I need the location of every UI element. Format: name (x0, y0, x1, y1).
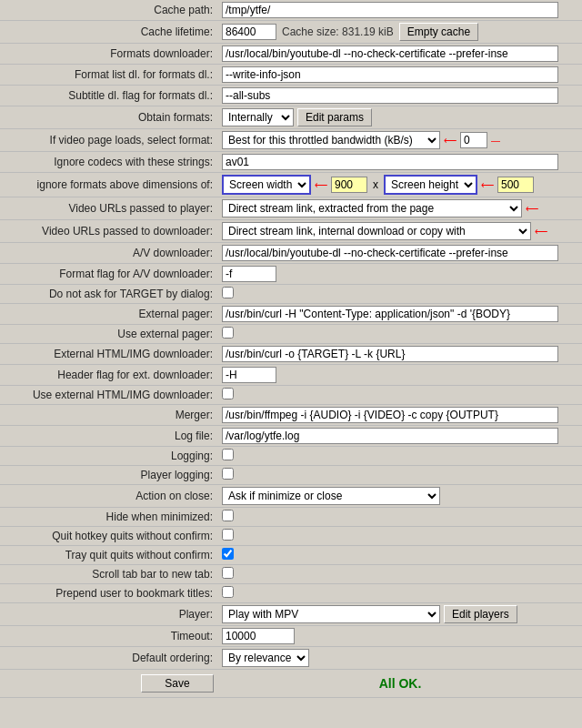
screen-height-arrow-icon: ⟵ (481, 180, 494, 190)
default-ordering-label: Default ordering: (0, 647, 218, 670)
formats-downloader-label: Formats downloader: (0, 44, 218, 65)
header-flag-cell (218, 365, 582, 386)
use-ext-html-dl-label: Use external HTML/IMG downloader: (0, 386, 218, 405)
ext-html-dl-input[interactable] (222, 346, 558, 362)
ignore-dimensions-label: ignore formats above dimensions of: (0, 173, 218, 197)
log-file-cell (218, 426, 582, 447)
format-flag-input[interactable] (222, 266, 276, 282)
scroll-tab-label: Scroll tab bar to new tab: (0, 565, 218, 584)
use-external-pager-cell (218, 325, 582, 344)
cache-path-input[interactable] (222, 2, 558, 18)
red-arrow-icon1: ⟵ (444, 136, 457, 146)
tray-quit-cell (218, 546, 582, 565)
av-downloader-cell (218, 243, 582, 264)
screen-width-select[interactable]: Screen width (222, 175, 311, 195)
screen-width-arrow-icon: ⟵ (315, 180, 327, 190)
video-player-url-label: Video URLs passed to player: (0, 197, 218, 220)
all-ok-text: All OK. (379, 676, 422, 691)
hide-minimized-cell (218, 508, 582, 527)
use-external-pager-label: Use external pager: (0, 325, 218, 344)
obtain-formats-cell: Internally Externally Edit params (218, 106, 582, 129)
external-pager-label: External pager: (0, 304, 218, 325)
av-downloader-label: A/V downloader: (0, 243, 218, 264)
default-ordering-cell: By relevance By date By views (218, 647, 582, 670)
external-pager-input[interactable] (222, 306, 558, 322)
external-pager-cell (218, 304, 582, 325)
timeout-input[interactable] (222, 628, 295, 644)
player-select[interactable]: Play with MPV (222, 605, 440, 623)
format-flag-cell (218, 264, 582, 285)
ignore-codecs-input[interactable] (222, 154, 558, 170)
hide-minimized-label: Hide when minimized: (0, 508, 218, 527)
player-logging-cell (218, 466, 582, 485)
action-on-close-cell: Ask if minimize or close Minimize Close (218, 485, 582, 508)
cache-lifetime-input[interactable] (222, 24, 276, 40)
bandwidth-value-input[interactable] (460, 132, 487, 148)
video-player-arrow-icon: ⟵ (526, 204, 538, 214)
hide-minimized-checkbox[interactable] (222, 510, 234, 521)
obtain-formats-select[interactable]: Internally Externally (222, 108, 294, 126)
subtitle-dl-input[interactable] (222, 87, 558, 104)
logging-checkbox[interactable] (222, 449, 234, 460)
quit-hotkey-checkbox[interactable] (222, 529, 234, 541)
cache-lifetime-label: Cache lifetime: (0, 21, 218, 44)
empty-cache-button[interactable]: Empty cache (399, 23, 478, 41)
select-format-label: If video page loads, select format: (0, 129, 218, 152)
logging-cell (218, 447, 582, 466)
prepend-user-label: Prepend user to bookmark titles: (0, 584, 218, 603)
use-ext-html-dl-cell (218, 386, 582, 405)
format-list-dl-label: Format list dl. for formats dl.: (0, 65, 218, 86)
format-list-dl-input[interactable] (222, 66, 558, 83)
ignore-codecs-label: Ignore codecs with these strings: (0, 152, 218, 173)
quit-hotkey-label: Quit hotkey quits without confirm: (0, 527, 218, 546)
timeout-cell (218, 626, 582, 647)
player-cell: Play with MPV Edit players (218, 603, 582, 626)
prepend-user-cell (218, 584, 582, 603)
red-arrow-icon2: — (491, 136, 500, 146)
screen-width-input[interactable] (331, 177, 367, 193)
logging-label: Logging: (0, 447, 218, 466)
player-label: Player: (0, 603, 218, 626)
ext-html-dl-cell (218, 344, 582, 365)
format-flag-label: Format flag for A/V downloader: (0, 264, 218, 285)
av-downloader-input[interactable] (222, 245, 558, 261)
save-cell: Save (0, 670, 218, 698)
use-external-pager-checkbox[interactable] (222, 327, 234, 339)
ignore-dimensions-cell: Screen width ⟵ x Screen height ⟵ (218, 173, 582, 197)
prepend-user-checkbox[interactable] (222, 586, 234, 598)
obtain-formats-label: Obtain formats: (0, 106, 218, 129)
log-file-input[interactable] (222, 428, 558, 444)
action-on-close-select[interactable]: Ask if minimize or close Minimize Close (222, 487, 440, 505)
header-flag-label: Header flag for ext. downloader: (0, 365, 218, 386)
formats-downloader-input[interactable] (222, 46, 558, 62)
x-label: x (373, 178, 378, 191)
select-format-select[interactable]: Best for this throttled bandwidth (kB/s) (222, 131, 440, 149)
merger-input[interactable] (222, 407, 558, 423)
timeout-label: Timeout: (0, 626, 218, 647)
screen-height-input[interactable] (497, 177, 534, 193)
scroll-tab-checkbox[interactable] (222, 567, 234, 579)
formats-downloader-cell (218, 44, 582, 65)
header-flag-input[interactable] (222, 367, 276, 383)
no-target-dialog-checkbox[interactable] (222, 287, 234, 298)
edit-players-button[interactable]: Edit players (444, 605, 517, 623)
format-list-dl-cell (218, 65, 582, 86)
tray-quit-checkbox[interactable] (222, 548, 234, 560)
cache-path-label: Cache path: (0, 0, 218, 21)
use-ext-html-dl-checkbox[interactable] (222, 388, 234, 399)
subtitle-dl-cell (218, 86, 582, 106)
all-ok-cell: All OK. (218, 670, 582, 698)
scroll-tab-cell (218, 565, 582, 584)
ignore-codecs-cell (218, 152, 582, 173)
cache-lifetime-cell: Cache size: 831.19 kiB Empty cache (218, 21, 582, 44)
quit-hotkey-cell (218, 527, 582, 546)
edit-params-button[interactable]: Edit params (297, 108, 372, 126)
video-downloader-url-select[interactable]: Direct stream link, internal download or… (222, 222, 531, 240)
ext-html-dl-label: External HTML/IMG downloader: (0, 344, 218, 365)
default-ordering-select[interactable]: By relevance By date By views (222, 649, 309, 667)
screen-height-select[interactable]: Screen height (384, 175, 477, 195)
save-button[interactable]: Save (141, 674, 214, 693)
player-logging-checkbox[interactable] (222, 468, 234, 480)
video-player-url-cell: Direct stream link, extracted from the p… (218, 197, 582, 220)
video-player-url-select[interactable]: Direct stream link, extracted from the p… (222, 199, 522, 217)
